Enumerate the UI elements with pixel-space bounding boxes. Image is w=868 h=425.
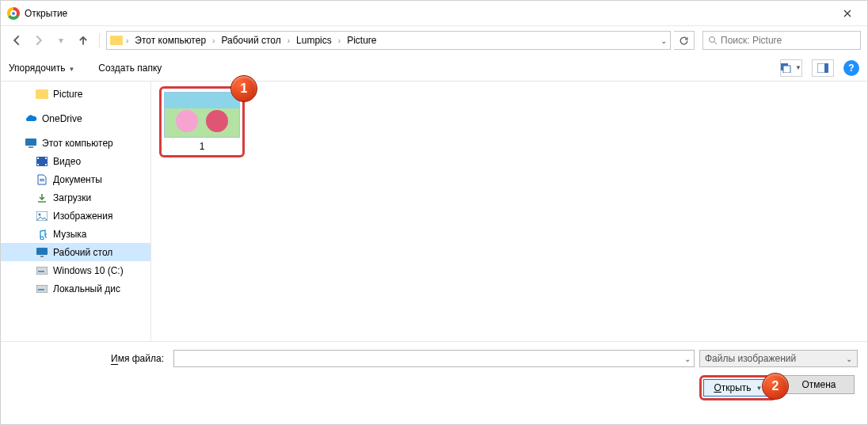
navigation-tree[interactable]: Picture OneDrive Этот компьютер Видео До… [1,82,151,341]
tree-item-picture[interactable]: Picture [1,85,150,103]
svg-rect-13 [40,180,44,181]
search-input[interactable]: Поиск: Picture [702,31,861,50]
drive-icon [36,264,48,277]
breadcrumb[interactable]: Picture [344,33,379,47]
tree-item-downloads[interactable]: Загрузки [1,188,150,207]
svg-rect-12 [40,179,44,180]
folder-icon [36,89,48,99]
close-button[interactable] [834,2,861,25]
chrome-icon [7,7,20,20]
music-icon [36,228,48,241]
file-list[interactable]: 1 1 [151,82,867,341]
svg-rect-11 [45,164,47,165]
file-type-filter[interactable]: Файлы изображений⌄ [699,350,858,367]
svg-rect-19 [38,271,44,272]
documents-icon [36,173,48,186]
this-pc-icon [25,137,37,150]
open-button-highlight: Открыть ▼ 2 [699,375,777,400]
search-icon [708,36,718,45]
forward-button[interactable] [29,31,48,50]
breadcrumb[interactable]: Этот компьютер [131,33,209,47]
breadcrumb[interactable]: Lumpics [293,33,335,47]
tree-item-video[interactable]: Видео [1,152,150,170]
chevron-down-icon: ⌄ [846,355,852,363]
svg-rect-2 [783,66,790,73]
new-folder-button[interactable]: Создать папку [98,63,162,74]
breadcrumb[interactable]: Рабочий стол [218,33,284,47]
preview-pane-button[interactable] [812,59,834,77]
svg-rect-4 [824,63,828,73]
chevron-right-icon: › [287,36,290,45]
filename-input[interactable]: ⌄ [173,350,695,367]
svg-rect-5 [25,139,36,146]
window-title: Открытие [25,8,67,19]
address-bar[interactable]: › Этот компьютер › Рабочий стол › Lumpic… [106,31,671,50]
video-icon [36,155,48,168]
toolbar: Упорядочить▼ Создать папку ▼ ? [1,55,867,82]
tree-item-music[interactable]: Музыка [1,225,150,243]
chevron-down-icon[interactable]: ⌄ [684,355,691,363]
tree-item-onedrive[interactable]: OneDrive [1,109,150,127]
annotation-callout: 2 [762,373,789,400]
svg-rect-16 [36,248,48,255]
drive-icon [36,283,48,295]
svg-rect-10 [45,157,47,159]
file-item[interactable]: 1 1 [159,86,245,157]
recent-dropdown[interactable]: ▾ [51,31,70,50]
tree-item-drive-local[interactable]: Локальный дис [1,279,150,298]
svg-point-15 [39,213,41,215]
help-button[interactable]: ? [843,60,859,76]
organize-menu[interactable]: Упорядочить▼ [9,63,74,74]
desktop-icon [36,246,48,259]
up-button[interactable] [74,31,93,50]
filename-label: Имя файла: [10,353,169,364]
onedrive-icon [25,112,37,125]
tree-item-desktop[interactable]: Рабочий стол [1,243,150,261]
annotation-callout: 1 [230,75,257,102]
view-menu-button[interactable]: ▼ [780,59,802,77]
cancel-button[interactable]: Отмена [783,375,855,394]
tree-item-documents[interactable]: Документы [1,170,150,188]
chevron-right-icon: › [338,36,341,45]
navbar: ▾ › Этот компьютер › Рабочий стол › Lump… [1,26,867,55]
file-thumbnail [164,92,240,138]
images-icon [36,210,48,222]
back-button[interactable] [7,31,26,50]
svg-rect-8 [37,157,39,159]
refresh-button[interactable] [674,31,695,50]
svg-rect-9 [37,164,39,165]
tree-item-drive-c[interactable]: Windows 10 (C:) [1,261,150,279]
titlebar: Открытие [1,1,867,26]
file-name: 1 [200,141,205,152]
downloads-icon [36,192,48,204]
tree-item-images[interactable]: Изображения [1,207,150,225]
chevron-down-icon[interactable]: ⌄ [661,36,667,45]
search-placeholder: Поиск: Picture [721,35,782,46]
chevron-right-icon: › [212,36,215,45]
svg-rect-6 [29,146,33,148]
svg-point-0 [710,37,715,43]
bottom-panel: Имя файла: ⌄ Файлы изображений⌄ Открыть … [1,341,867,410]
main-area: Picture OneDrive Этот компьютер Видео До… [1,82,867,341]
chevron-right-icon: › [126,36,128,45]
folder-icon [110,36,123,45]
tree-item-this-pc[interactable]: Этот компьютер [1,134,150,152]
svg-rect-17 [40,256,44,257]
svg-rect-21 [38,289,44,290]
